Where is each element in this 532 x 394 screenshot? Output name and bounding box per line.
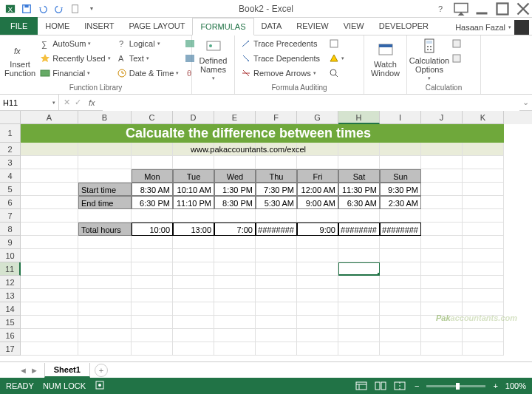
day-header[interactable]: Mon — [132, 169, 173, 183]
col-header[interactable]: J — [421, 111, 463, 124]
zoom-out-button[interactable]: − — [412, 381, 422, 390]
data-cell[interactable]: 9:00 AM — [297, 196, 338, 209]
end-time-label[interactable]: End time — [78, 196, 132, 209]
tab-formulas[interactable]: FORMULAS — [192, 18, 253, 35]
data-cell[interactable]: 8:30 AM — [132, 183, 173, 196]
data-cell[interactable]: 1:30 PM — [214, 183, 256, 196]
show-formulas-icon[interactable] — [327, 37, 346, 50]
financial-button[interactable]: Financial▾ — [38, 67, 112, 80]
row-header[interactable]: 13 — [0, 289, 21, 302]
calculation-options-button[interactable]: Calculation Options▾ — [412, 37, 447, 81]
defined-names-button[interactable]: Defined Names▾ — [197, 37, 230, 81]
help-icon[interactable]: ? — [432, 1, 449, 16]
row-header[interactable]: 3 — [0, 156, 21, 169]
ribbon-options-icon[interactable] — [452, 1, 470, 16]
tab-view[interactable]: VIEW — [336, 17, 372, 35]
start-time-label[interactable]: Start time — [78, 183, 132, 196]
remove-arrows-button[interactable]: Remove Arrows▾ — [239, 67, 321, 80]
row-header[interactable]: 16 — [0, 329, 21, 342]
total-cell[interactable]: 7:00 — [214, 223, 256, 236]
tab-review[interactable]: REVIEW — [289, 17, 335, 35]
row-header[interactable]: 12 — [0, 276, 21, 289]
total-hours-label[interactable]: Total hours — [78, 223, 132, 236]
fx-icon[interactable]: fx — [86, 98, 98, 107]
data-cell[interactable]: 12:00 AM — [297, 183, 338, 196]
day-header[interactable]: Tue — [173, 169, 214, 183]
tab-insert[interactable]: INSERT — [77, 17, 121, 35]
expand-formula-bar-icon[interactable]: ⌄ — [519, 98, 532, 107]
qat-customize-icon[interactable]: ▼ — [84, 1, 99, 16]
watch-window-button[interactable]: Watch Window — [369, 37, 402, 81]
data-cell[interactable]: 5:30 AM — [256, 196, 297, 209]
col-header[interactable]: A — [21, 111, 78, 124]
enter-icon[interactable]: ✓ — [75, 98, 81, 107]
col-header[interactable]: G — [297, 111, 338, 124]
row-header[interactable]: 9 — [0, 236, 21, 249]
redo-icon[interactable] — [52, 1, 66, 16]
col-header[interactable]: I — [380, 111, 421, 124]
macro-record-icon[interactable] — [95, 380, 105, 392]
row-header[interactable]: 7 — [0, 209, 21, 223]
data-cell[interactable]: 7:30 PM — [256, 183, 297, 196]
trace-precedents-button[interactable]: Trace Precedents — [239, 37, 321, 50]
day-header[interactable]: Wed — [214, 169, 256, 183]
day-header[interactable]: Sun — [380, 169, 421, 183]
normal-view-icon[interactable] — [354, 380, 369, 392]
tab-page-layout[interactable]: PAGE LAYOUT — [121, 17, 192, 35]
data-cell[interactable]: 6:30 AM — [338, 196, 380, 209]
data-cell[interactable]: 6:30 PM — [132, 196, 173, 209]
maximize-icon[interactable] — [494, 1, 511, 16]
new-icon[interactable] — [68, 1, 83, 16]
data-cell[interactable]: 8:30 PM — [214, 196, 256, 209]
row-header[interactable]: 14 — [0, 302, 21, 316]
sheet-tab[interactable]: Sheet1 — [44, 363, 90, 378]
col-header[interactable]: K — [463, 111, 504, 124]
minimize-icon[interactable] — [473, 1, 491, 16]
page-layout-view-icon[interactable] — [373, 380, 388, 392]
row-header[interactable]: 15 — [0, 316, 21, 329]
total-cell[interactable]: ######## — [256, 223, 297, 236]
cancel-icon[interactable]: ✕ — [64, 98, 70, 107]
tab-developer[interactable]: DEVELOPER — [372, 17, 436, 35]
text-button[interactable]: AText▾ — [115, 52, 181, 65]
col-header[interactable]: H — [338, 111, 380, 124]
name-box[interactable]: H11▾ — [0, 95, 59, 111]
day-header[interactable]: Thu — [256, 169, 297, 183]
trace-dependents-button[interactable]: Trace Dependents — [239, 52, 321, 65]
zoom-in-button[interactable]: + — [490, 381, 500, 390]
total-cell[interactable]: ######## — [338, 223, 380, 236]
date-time-button[interactable]: Date & Time▾ — [115, 67, 181, 80]
data-cell[interactable]: 10:10 AM — [173, 183, 214, 196]
insert-function-button[interactable]: fx Insert Function — [4, 37, 35, 81]
row-header[interactable]: 2 — [0, 143, 21, 156]
col-header[interactable]: B — [78, 111, 132, 124]
data-cell[interactable]: 11:10 PM — [173, 196, 214, 209]
row-header[interactable]: 4 — [0, 169, 21, 183]
row-header[interactable]: 11 — [0, 262, 21, 276]
excel-icon[interactable]: X — [3, 1, 18, 16]
formula-input[interactable] — [103, 95, 519, 111]
row-header[interactable]: 5 — [0, 183, 21, 196]
zoom-level[interactable]: 100% — [505, 381, 526, 390]
data-cell[interactable]: 2:30 AM — [380, 196, 421, 209]
total-cell[interactable]: 13:00 — [173, 223, 214, 236]
error-check-icon[interactable]: ▾ — [327, 52, 346, 65]
undo-icon[interactable] — [35, 1, 50, 16]
sheet-nav-prev-icon[interactable]: ◄ — [19, 366, 27, 375]
day-header[interactable]: Fri — [297, 169, 338, 183]
select-all-corner[interactable] — [0, 111, 21, 124]
save-icon[interactable] — [19, 1, 34, 16]
calc-sheet-icon[interactable] — [450, 52, 463, 65]
user-area[interactable]: Hasaan Fazal▾ — [455, 20, 529, 35]
day-header[interactable]: Sat — [338, 169, 380, 183]
row-header[interactable]: 17 — [0, 342, 21, 356]
col-header[interactable]: E — [214, 111, 256, 124]
tab-home[interactable]: HOME — [38, 17, 77, 35]
col-header[interactable]: D — [173, 111, 214, 124]
total-cell[interactable]: ######## — [380, 223, 421, 236]
row-header[interactable]: 6 — [0, 196, 21, 209]
total-cell[interactable]: 10:00 — [132, 223, 173, 236]
data-cell[interactable]: 9:30 PM — [380, 183, 421, 196]
col-header[interactable]: F — [256, 111, 297, 124]
page-break-view-icon[interactable] — [392, 380, 407, 392]
